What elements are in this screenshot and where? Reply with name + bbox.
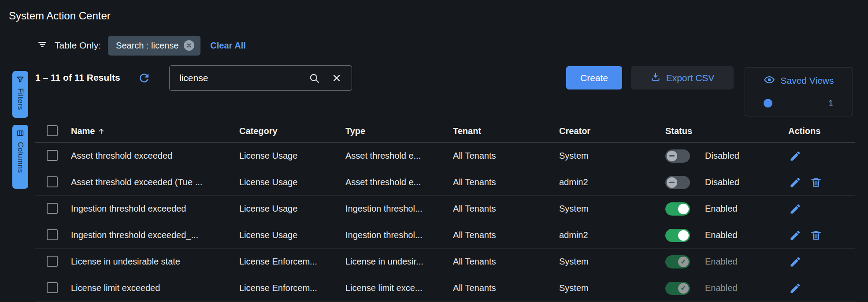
search-filter-chip[interactable]: Search : license: [108, 36, 200, 56]
edit-icon[interactable]: [789, 229, 801, 242]
table-row: Ingestion threshold exceeded_... License…: [35, 222, 855, 249]
column-header-actions: Actions: [788, 126, 855, 136]
column-header-category[interactable]: Category: [239, 126, 345, 136]
saved-views-button[interactable]: Saved Views: [745, 67, 853, 94]
cell-category: License Usage: [239, 230, 345, 240]
row-checkbox[interactable]: [47, 203, 58, 214]
status-toggle: ✓: [665, 255, 690, 268]
results-summary: 1 – 11 of 11 Results: [35, 72, 120, 83]
cell-tenant: All Tenants: [453, 177, 559, 187]
edit-icon[interactable]: [789, 203, 801, 215]
select-all-checkbox[interactable]: [47, 125, 58, 136]
cell-creator: admin2: [559, 230, 665, 240]
cell-category: License Enforcem...: [239, 257, 345, 267]
create-button[interactable]: Create: [566, 66, 622, 89]
edit-icon[interactable]: [789, 176, 801, 189]
filters-rail-tab-label: Filters: [16, 88, 25, 110]
status-label: Disabled: [705, 177, 739, 187]
status-label: Disabled: [705, 151, 739, 161]
cell-tenant: All Tenants: [453, 283, 559, 293]
cell-tenant: All Tenants: [453, 257, 559, 267]
status-label: Enabled: [705, 204, 737, 214]
delete-icon[interactable]: [810, 230, 822, 241]
search-input[interactable]: [179, 73, 297, 83]
row-checkbox[interactable]: [47, 256, 58, 267]
cell-actions: [788, 282, 855, 295]
refresh-button[interactable]: [137, 71, 152, 86]
cell-category: License Usage: [239, 177, 345, 187]
cell-status: Disabled: [665, 149, 788, 163]
cell-category: License Usage: [239, 204, 345, 214]
status-toggle[interactable]: [665, 176, 690, 189]
saved-views-label: Saved Views: [780, 75, 834, 86]
cell-status: ✓ Enabled: [665, 255, 788, 268]
edit-icon[interactable]: [789, 150, 801, 162]
cell-creator: admin2: [559, 177, 665, 187]
export-csv-label: Export CSV: [666, 73, 715, 83]
cell-name: Ingestion threshold exceeded_...: [71, 230, 239, 240]
saved-view-dot[interactable]: [764, 99, 772, 108]
status-label: Enabled: [705, 230, 737, 240]
columns-icon: [16, 129, 24, 138]
cell-type: Ingestion threshol...: [345, 204, 453, 214]
eye-icon: [764, 74, 775, 88]
columns-rail-tab-label: Columns: [16, 142, 25, 173]
search-icon[interactable]: [308, 72, 320, 84]
column-header-type[interactable]: Type: [345, 126, 453, 136]
cell-category: License Enforcem...: [239, 283, 345, 293]
table-row: License in undesirable state License Enf…: [35, 249, 855, 275]
edit-icon[interactable]: [789, 256, 801, 268]
cell-name: Ingestion threshold exceeded: [71, 204, 239, 214]
column-header-name[interactable]: Name: [71, 126, 239, 136]
cell-actions: [788, 203, 855, 215]
refresh-icon: [137, 71, 151, 85]
columns-rail-tab[interactable]: Columns: [12, 125, 28, 189]
column-header-tenant[interactable]: Tenant: [453, 126, 559, 136]
search-clear-icon[interactable]: [331, 73, 342, 83]
row-checkbox[interactable]: [47, 229, 58, 240]
cell-status: Enabled: [665, 229, 788, 242]
clear-all-link[interactable]: Clear All: [210, 41, 245, 51]
cell-creator: System: [559, 257, 665, 267]
cell-creator: System: [559, 204, 665, 214]
table-row: License limit exceeded License Enforcem.…: [35, 275, 855, 302]
edit-icon[interactable]: [789, 282, 801, 295]
table-row: Asset threshold exceeded (Tue ... Licens…: [35, 169, 855, 196]
saved-views-indicator-row: 1: [745, 94, 853, 112]
status-toggle: ✓: [665, 282, 690, 295]
filter-list-icon: [37, 39, 48, 52]
export-csv-button[interactable]: Export CSV: [631, 66, 734, 89]
table-row: Ingestion threshold exceeded License Usa…: [35, 196, 855, 222]
cell-status: Disabled: [665, 176, 788, 189]
cell-type: Asset threshold e...: [345, 177, 453, 187]
page-title: System Action Center: [9, 10, 111, 22]
row-checkbox[interactable]: [47, 150, 58, 161]
filters-rail-tab[interactable]: Filters: [12, 71, 28, 118]
saved-views-panel: Saved Views 1: [745, 67, 853, 116]
row-checkbox[interactable]: [47, 282, 58, 293]
status-toggle[interactable]: [665, 149, 690, 163]
download-icon: [650, 71, 661, 84]
table-header-row: Name Category Type Tenant Creator Status…: [35, 120, 855, 143]
column-header-status[interactable]: Status: [665, 126, 788, 136]
cell-type: Ingestion threshol...: [345, 230, 453, 240]
cell-category: License Usage: [239, 151, 345, 161]
cell-actions: [788, 229, 855, 242]
cell-name: Asset threshold exceeded: [71, 151, 239, 161]
search-box: [169, 65, 352, 91]
delete-icon[interactable]: [810, 177, 822, 188]
status-toggle[interactable]: [665, 229, 690, 242]
column-header-creator[interactable]: Creator: [559, 126, 665, 136]
chip-remove-icon[interactable]: [184, 40, 194, 51]
saved-views-count: 1: [828, 98, 833, 108]
cell-creator: System: [559, 283, 665, 293]
actions-table: Name Category Type Tenant Creator Status…: [35, 120, 855, 302]
status-toggle[interactable]: [665, 202, 690, 216]
cell-actions: [788, 150, 855, 162]
cell-name: License limit exceeded: [71, 283, 239, 293]
cell-type: Asset threshold e...: [345, 151, 453, 161]
cell-creator: System: [559, 151, 665, 161]
cell-name: Asset threshold exceeded (Tue ...: [71, 177, 239, 187]
row-checkbox[interactable]: [47, 176, 58, 187]
cell-type: License in undesir...: [345, 257, 453, 267]
